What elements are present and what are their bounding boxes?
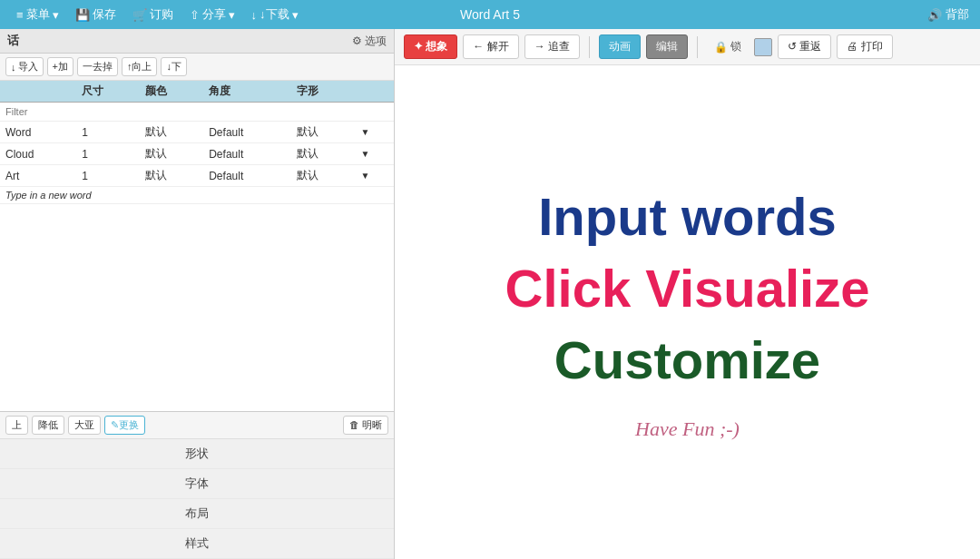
btn-big-label: 大亚 bbox=[74, 419, 94, 430]
chase-button[interactable]: → 追查 bbox=[524, 34, 580, 59]
download-label: ↓下载 bbox=[260, 6, 289, 23]
import-button[interactable]: ↓ 导入 bbox=[5, 57, 44, 76]
share-button[interactable]: ⇧ 分享 ▾ bbox=[184, 5, 240, 25]
menu-icon: ≡ bbox=[16, 8, 24, 22]
order-label: 订购 bbox=[150, 6, 173, 23]
share-icon: ⇧ bbox=[190, 8, 200, 22]
options-button[interactable]: ⚙ 选项 bbox=[352, 34, 387, 49]
cell-size: 1 bbox=[76, 122, 140, 143]
add-button[interactable]: +加 bbox=[47, 57, 74, 76]
table-body: Word 1 默认 Default 默认 ▼ Cloud 1 默认 Defaul… bbox=[0, 103, 394, 204]
submenu-font[interactable]: 字体 bbox=[0, 469, 394, 499]
menu-chevron: ▾ bbox=[53, 8, 59, 22]
trash-icon: 🗑 bbox=[349, 419, 359, 430]
print-label: 🖨 打印 bbox=[847, 39, 882, 54]
redo-button[interactable]: ↺ 重返 bbox=[778, 34, 831, 59]
gear-icon: ⚙ bbox=[352, 34, 362, 47]
animation-button[interactable]: 动画 bbox=[599, 34, 641, 59]
remove-button[interactable]: 一去掉 bbox=[77, 57, 118, 76]
cell-word: Art bbox=[0, 165, 76, 187]
row-arrow: ▼ bbox=[355, 143, 394, 165]
btn-mingxi[interactable]: 🗑 明晰 bbox=[343, 416, 388, 435]
row-arrow: ▼ bbox=[355, 165, 394, 187]
speaker-icon: 🔊 bbox=[927, 8, 942, 22]
lock-icon: 🔒 bbox=[714, 41, 728, 54]
submenu-shape-label: 形状 bbox=[185, 446, 209, 460]
cell-font: 默认 bbox=[291, 143, 355, 165]
bottom-controls: 上 降低 大亚 ✎更换 🗑 明晰 bbox=[0, 411, 394, 438]
cell-word: Word bbox=[0, 122, 76, 143]
menu-label: 菜单 bbox=[26, 6, 50, 23]
animation-label: 动画 bbox=[609, 39, 631, 54]
submenu-style-label: 样式 bbox=[185, 536, 209, 550]
col-font: 字形 bbox=[291, 81, 355, 103]
btn-down-label: 降低 bbox=[38, 419, 58, 430]
btn-big[interactable]: 大亚 bbox=[68, 416, 101, 435]
cell-color: 默认 bbox=[140, 122, 203, 143]
print-button[interactable]: 🖨 打印 bbox=[837, 34, 892, 59]
row-arrow: ▼ bbox=[355, 122, 394, 143]
options-label: 选项 bbox=[365, 34, 387, 49]
lock-button[interactable]: 🔒 锁 bbox=[707, 35, 749, 58]
down-button[interactable]: ↓下 bbox=[161, 57, 187, 76]
submenu-layout-label: 布局 bbox=[185, 506, 209, 520]
btn-edit[interactable]: ✎更换 bbox=[104, 416, 145, 435]
color-swatch[interactable] bbox=[754, 38, 772, 56]
order-button[interactable]: 🛒 订购 bbox=[127, 5, 179, 25]
cell-angle: Default bbox=[203, 122, 291, 143]
edit-button[interactable]: 编辑 bbox=[646, 34, 688, 59]
new-word-placeholder[interactable]: Type in a new word bbox=[0, 187, 394, 204]
cell-color: 默认 bbox=[140, 143, 203, 165]
table-row[interactable]: Word 1 默认 Default 默认 ▼ bbox=[0, 122, 394, 143]
save-button[interactable]: 💾 保存 bbox=[70, 5, 122, 25]
submenu-shape[interactable]: 形状 bbox=[0, 439, 394, 469]
chase-label: → 追查 bbox=[534, 39, 570, 54]
table-header-row: 尺寸 颜色 角度 字形 bbox=[0, 81, 394, 103]
canvas-area: Input words Click Visualize Customize Ha… bbox=[395, 65, 980, 559]
up-button[interactable]: ↑向上 bbox=[122, 57, 158, 76]
new-word-row: Type in a new word bbox=[0, 187, 394, 204]
unlock-label: ← 解开 bbox=[473, 39, 508, 54]
filter-input[interactable] bbox=[5, 106, 388, 117]
import-label: 导入 bbox=[18, 60, 38, 74]
down-label: ↓下 bbox=[166, 60, 181, 74]
left-panel: 话 ⚙ 选项 ↓ 导入 +加 一去掉 ↑向上 ↓下 bbox=[0, 29, 395, 559]
bottom-left-buttons: 上 降低 大亚 ✎更换 bbox=[5, 416, 145, 435]
words-toolbar: ↓ 导入 +加 一去掉 ↑向上 ↓下 bbox=[0, 54, 394, 81]
back-button[interactable]: 🔊 背部 bbox=[927, 6, 969, 23]
redo-label: ↺ 重返 bbox=[788, 39, 821, 54]
share-label: 分享 bbox=[202, 6, 226, 23]
btn-up-small[interactable]: 上 bbox=[5, 416, 28, 435]
canvas-line3: Customize bbox=[505, 326, 870, 394]
col-word bbox=[0, 81, 76, 103]
separator-1 bbox=[589, 36, 590, 58]
download-button[interactable]: ↓ ↓下载 ▾ bbox=[246, 5, 304, 25]
visualize-button[interactable]: ✦ 想象 bbox=[404, 34, 457, 59]
words-table-container: 尺寸 颜色 角度 字形 Word bbox=[0, 81, 394, 411]
app-title: Word Art 5 bbox=[460, 7, 520, 22]
col-color: 颜色 bbox=[140, 81, 203, 103]
mingxi-label: 明晰 bbox=[362, 419, 382, 430]
unlock-button[interactable]: ← 解开 bbox=[463, 34, 518, 59]
back-label: 背部 bbox=[946, 6, 969, 23]
add-label: +加 bbox=[53, 60, 68, 74]
btn-edit-label: ✎更换 bbox=[111, 419, 139, 430]
title-bar: ≡ 菜单 ▾ 💾 保存 🛒 订购 ⇧ 分享 ▾ ↓ ↓下载 ▾ Word Art… bbox=[0, 0, 980, 29]
save-label: 保存 bbox=[93, 6, 116, 23]
canvas-line2: Click Visualize bbox=[505, 254, 870, 322]
lock-label: 锁 bbox=[730, 39, 741, 54]
submenu-layout[interactable]: 布局 bbox=[0, 499, 394, 529]
filter-row bbox=[0, 103, 394, 122]
table-row[interactable]: Art 1 默认 Default 默认 ▼ bbox=[0, 165, 394, 187]
menu-button[interactable]: ≡ 菜单 ▾ bbox=[11, 5, 64, 25]
right-toolbar: ✦ 想象 ← 解开 → 追查 动画 编辑 🔒 锁 ↺ 重返 bbox=[395, 29, 980, 65]
import-icon: ↓ bbox=[11, 62, 16, 73]
filter-cell[interactable] bbox=[0, 103, 394, 122]
table-row[interactable]: Cloud 1 默认 Default 默认 ▼ bbox=[0, 143, 394, 165]
cell-angle: Default bbox=[203, 143, 291, 165]
edit-label: 编辑 bbox=[656, 39, 678, 54]
btn-down-small[interactable]: 降低 bbox=[32, 416, 64, 435]
submenu-style[interactable]: 样式 bbox=[0, 529, 394, 559]
order-icon: 🛒 bbox=[132, 8, 147, 22]
remove-label: 一去掉 bbox=[83, 60, 113, 74]
